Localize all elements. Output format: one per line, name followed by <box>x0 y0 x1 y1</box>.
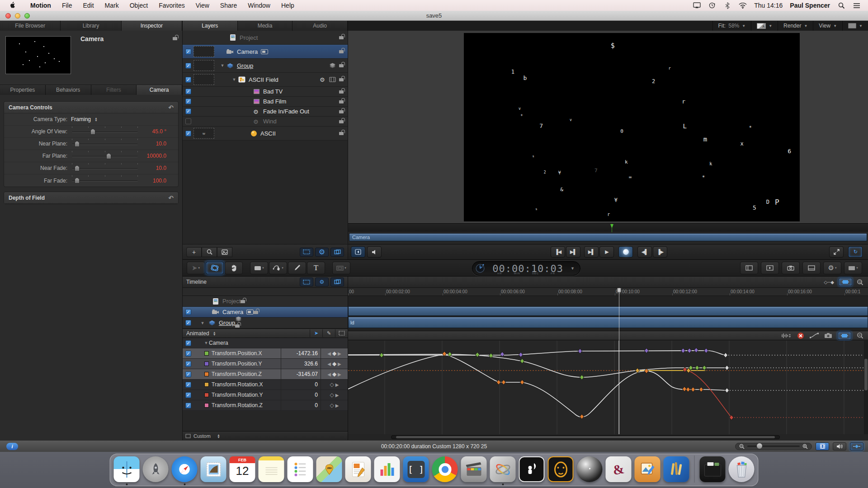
keyframe-diamond[interactable] <box>691 387 695 392</box>
layer-name[interactable]: ASCII <box>260 130 276 137</box>
close-window-button[interactable] <box>5 13 11 19</box>
add-object-button[interactable]: + <box>186 247 202 257</box>
keyframe-diamond[interactable] <box>578 349 582 354</box>
text-tool[interactable]: T <box>307 262 325 274</box>
dock-icon-pages[interactable] <box>345 456 371 482</box>
pan-tool[interactable] <box>225 262 243 274</box>
curve-set-dropdown[interactable]: Custom <box>193 433 211 439</box>
apple-menu-icon[interactable] <box>10 2 17 9</box>
activation-checkbox[interactable]: ✓ <box>185 340 191 346</box>
keyframe-graph[interactable] <box>348 341 868 434</box>
layer-name[interactable]: Group <box>219 319 235 326</box>
box-select-tool[interactable] <box>335 329 348 337</box>
lock-icon[interactable] <box>235 322 240 329</box>
search-button[interactable] <box>202 247 217 257</box>
timeline-zoom-slider[interactable] <box>735 443 812 450</box>
activation-checkbox[interactable]: ✓ <box>185 108 191 114</box>
dock-icon-reminders[interactable] <box>288 456 313 482</box>
lock-icon[interactable] <box>339 108 344 116</box>
filters-toggle-button[interactable] <box>330 277 344 286</box>
horizontal-scrollbar[interactable] <box>391 435 780 439</box>
show-filmstrip-button[interactable] <box>816 442 829 450</box>
previous-keyframe-button[interactable]: ▐◀ <box>551 246 565 258</box>
snapshot-curves-icon[interactable] <box>824 333 832 338</box>
mini-timeline[interactable] <box>348 223 868 232</box>
layer-row-project[interactable]: Project <box>183 31 348 45</box>
mask-tool[interactable]: ▾ <box>332 262 350 274</box>
timeline-ruler[interactable]: 0000:00:02:0000:00:04:0000:00:06:0000:00… <box>348 288 868 296</box>
keyframe-diamond[interactable] <box>520 359 524 364</box>
layer-name[interactable]: Fade In/Fade Out <box>263 108 309 115</box>
lock-icon[interactable] <box>241 297 245 305</box>
control-value[interactable]: 100.0 <box>139 178 178 184</box>
activation-checkbox[interactable]: ✓ <box>185 361 191 367</box>
notification-center-icon[interactable] <box>853 2 861 9</box>
layer-name[interactable]: Camera <box>222 309 243 315</box>
timecode-dropdown-arrow[interactable]: ▼ <box>571 266 575 271</box>
dock-icon-mail[interactable] <box>201 456 226 482</box>
parameter-value[interactable]: 0 <box>281 400 321 410</box>
sketch-keyframes-tool[interactable]: ✎ <box>322 329 335 337</box>
zoom-level-dropdown[interactable]: Fit: 58% ▼ <box>712 21 751 31</box>
mute-button[interactable] <box>367 246 382 258</box>
play-button[interactable]: ▶ <box>599 246 614 258</box>
lock-icon[interactable] <box>339 129 344 137</box>
vertical-scrollbar[interactable] <box>864 341 868 434</box>
dock-icon-ampersand-app[interactable]: & <box>606 456 632 482</box>
layer-row-fade-in-fade-out[interactable]: ✓⚙Fade In/Fade Out <box>183 107 348 117</box>
render-dropdown[interactable]: Render▼ <box>778 21 813 31</box>
loop-playback-button[interactable]: ↻ <box>848 246 863 258</box>
layer-row-bad-film[interactable]: ✓Bad Film <box>183 97 348 107</box>
layer-name[interactable]: Project <box>240 34 258 41</box>
audio-button[interactable] <box>833 442 846 450</box>
timeline-row-camera[interactable]: ✓Camera <box>183 307 348 318</box>
minimize-window-button[interactable] <box>15 13 20 19</box>
slider-thumb[interactable] <box>75 141 80 147</box>
slider-thumb[interactable] <box>90 129 95 135</box>
keyframe-diamond[interactable] <box>497 380 501 385</box>
window-title-bar[interactable]: save5 <box>0 11 868 21</box>
activation-checkbox[interactable]: ✓ <box>185 131 191 136</box>
dock-icon-art-tools-app[interactable] <box>664 456 689 482</box>
dock-icon-brackets-app[interactable]: [ ] <box>403 456 429 482</box>
menubar-clock[interactable]: Thu 14:16 <box>754 2 783 9</box>
subtab-camera[interactable]: Camera <box>137 85 182 95</box>
zoom-in-icon[interactable] <box>802 444 808 449</box>
layer-name[interactable]: Camera <box>237 48 258 55</box>
keyframe-diamond[interactable] <box>725 388 729 393</box>
curve-set-stepper[interactable]: ▲▼ <box>217 434 220 438</box>
keyframe-diamond[interactable] <box>500 352 505 357</box>
keyframe-navigation[interactable]: ◇▶ <box>321 400 348 410</box>
tab-inspector[interactable]: Inspector <box>122 21 182 31</box>
lock-icon[interactable] <box>254 308 259 316</box>
lock-icon[interactable] <box>339 75 344 84</box>
show-overlays-button[interactable] <box>300 248 313 257</box>
keyframe-diamond[interactable] <box>688 348 692 353</box>
menubar-user[interactable]: Paul Spencer <box>790 2 830 9</box>
layer-row-ascii[interactable]: ✓wASCII <box>183 127 348 141</box>
menu-item-object[interactable]: Object <box>124 2 153 9</box>
time-machine-icon[interactable] <box>708 2 716 9</box>
show-audio-button[interactable] <box>351 246 365 258</box>
dock-icon-particle-app[interactable] <box>519 456 545 482</box>
keyframe-diamond[interactable] <box>580 375 584 380</box>
slider-thumb[interactable] <box>106 153 111 159</box>
canvas[interactable]: $1br2rv+7v0L*mx6kks72¥=*&¥5DPrs <box>464 33 800 221</box>
subtab-properties[interactable]: Properties <box>0 85 46 95</box>
keyframe-diamond[interactable] <box>686 387 690 392</box>
keyframe-diamond[interactable] <box>699 387 703 392</box>
lock-icon[interactable] <box>339 47 344 56</box>
disclosure-triangle[interactable]: ▼ <box>200 321 205 325</box>
subtab-behaviors[interactable]: Behaviors <box>46 85 91 95</box>
control-value[interactable]: 10.0 <box>139 141 178 147</box>
slider-thumb[interactable] <box>75 178 80 183</box>
layer-name[interactable]: Group <box>237 62 253 69</box>
dock-icon-downloads-folder[interactable] <box>700 456 726 482</box>
layers-icon[interactable] <box>329 63 336 68</box>
layer-name[interactable]: Bad Film <box>263 98 286 105</box>
slider[interactable] <box>71 150 139 162</box>
parameter-value[interactable]: -1472.16 <box>281 348 321 358</box>
slider[interactable] <box>71 126 139 137</box>
param-row-transform-rotation-x[interactable]: ✓Transform.Rotation.X0◇▶ <box>183 380 348 390</box>
param-row-transform-rotation-y[interactable]: ✓Transform.Rotation.Y0◇▶ <box>183 390 348 400</box>
